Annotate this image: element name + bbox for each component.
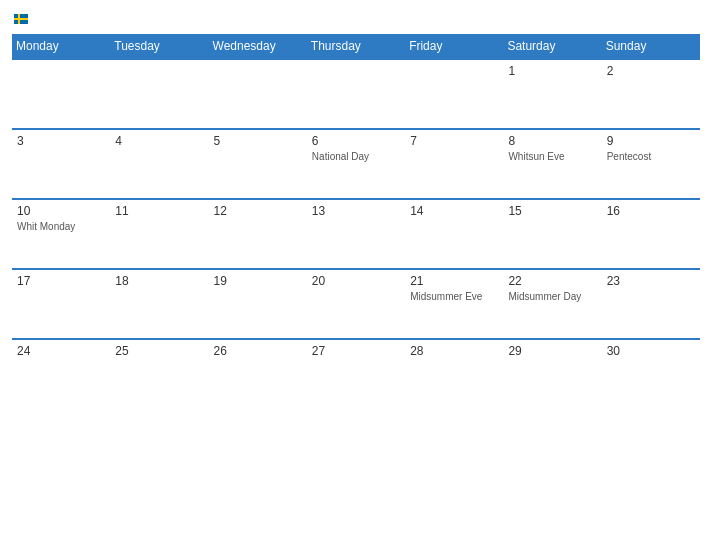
calendar-cell: 1 <box>503 59 601 129</box>
calendar-cell: 2 <box>602 59 700 129</box>
logo-text <box>12 10 28 26</box>
calendar-cell: 26 <box>209 339 307 409</box>
weekday-header-tuesday: Tuesday <box>110 34 208 59</box>
day-number: 9 <box>607 134 695 148</box>
calendar-cell: 22Midsummer Day <box>503 269 601 339</box>
logo <box>12 10 28 26</box>
day-number: 14 <box>410 204 498 218</box>
day-number: 16 <box>607 204 695 218</box>
calendar-cell: 20 <box>307 269 405 339</box>
calendar-cell: 30 <box>602 339 700 409</box>
calendar-cell: 15 <box>503 199 601 269</box>
week-row-2: 3456National Day78Whitsun Eve9Pentecost <box>12 129 700 199</box>
weekday-header-monday: Monday <box>12 34 110 59</box>
day-number: 20 <box>312 274 400 288</box>
day-number: 18 <box>115 274 203 288</box>
calendar-cell: 13 <box>307 199 405 269</box>
calendar-cell <box>12 59 110 129</box>
weekday-header-sunday: Sunday <box>602 34 700 59</box>
weekday-header-friday: Friday <box>405 34 503 59</box>
day-number: 5 <box>214 134 302 148</box>
calendar-cell: 8Whitsun Eve <box>503 129 601 199</box>
calendar-cell: 28 <box>405 339 503 409</box>
weekday-header-row: MondayTuesdayWednesdayThursdayFridaySatu… <box>12 34 700 59</box>
calendar-cell: 25 <box>110 339 208 409</box>
calendar-cell: 10Whit Monday <box>12 199 110 269</box>
weekday-header-saturday: Saturday <box>503 34 601 59</box>
holiday-label: Pentecost <box>607 150 695 163</box>
calendar-cell: 7 <box>405 129 503 199</box>
calendar-cell: 3 <box>12 129 110 199</box>
calendar-cell: 14 <box>405 199 503 269</box>
day-number: 15 <box>508 204 596 218</box>
week-row-3: 10Whit Monday111213141516 <box>12 199 700 269</box>
calendar-cell: 11 <box>110 199 208 269</box>
day-number: 12 <box>214 204 302 218</box>
calendar-cell: 4 <box>110 129 208 199</box>
calendar-page: MondayTuesdayWednesdayThursdayFridaySatu… <box>0 0 712 550</box>
day-number: 7 <box>410 134 498 148</box>
day-number: 26 <box>214 344 302 358</box>
holiday-label: Midsummer Day <box>508 290 596 303</box>
day-number: 3 <box>17 134 105 148</box>
weekday-header-thursday: Thursday <box>307 34 405 59</box>
weekday-header-wednesday: Wednesday <box>209 34 307 59</box>
calendar-cell: 12 <box>209 199 307 269</box>
day-number: 8 <box>508 134 596 148</box>
day-number: 4 <box>115 134 203 148</box>
day-number: 6 <box>312 134 400 148</box>
day-number: 24 <box>17 344 105 358</box>
calendar-cell: 21Midsummer Eve <box>405 269 503 339</box>
calendar-cell: 16 <box>602 199 700 269</box>
holiday-label: Whit Monday <box>17 220 105 233</box>
week-row-5: 24252627282930 <box>12 339 700 409</box>
calendar-table: MondayTuesdayWednesdayThursdayFridaySatu… <box>12 34 700 409</box>
day-number: 2 <box>607 64 695 78</box>
week-row-4: 1718192021Midsummer Eve22Midsummer Day23 <box>12 269 700 339</box>
day-number: 29 <box>508 344 596 358</box>
calendar-cell: 19 <box>209 269 307 339</box>
day-number: 30 <box>607 344 695 358</box>
day-number: 28 <box>410 344 498 358</box>
calendar-cell <box>110 59 208 129</box>
calendar-cell: 23 <box>602 269 700 339</box>
day-number: 10 <box>17 204 105 218</box>
day-number: 23 <box>607 274 695 288</box>
calendar-cell: 6National Day <box>307 129 405 199</box>
day-number: 27 <box>312 344 400 358</box>
calendar-cell <box>209 59 307 129</box>
header <box>12 10 700 26</box>
calendar-cell: 24 <box>12 339 110 409</box>
day-number: 19 <box>214 274 302 288</box>
calendar-cell: 29 <box>503 339 601 409</box>
calendar-cell: 18 <box>110 269 208 339</box>
day-number: 25 <box>115 344 203 358</box>
week-row-1: 12 <box>12 59 700 129</box>
day-number: 13 <box>312 204 400 218</box>
calendar-cell: 5 <box>209 129 307 199</box>
calendar-cell <box>307 59 405 129</box>
calendar-cell <box>405 59 503 129</box>
logo-flag-icon <box>14 14 28 24</box>
calendar-cell: 9Pentecost <box>602 129 700 199</box>
calendar-cell: 27 <box>307 339 405 409</box>
day-number: 22 <box>508 274 596 288</box>
calendar-cell: 17 <box>12 269 110 339</box>
day-number: 1 <box>508 64 596 78</box>
day-number: 17 <box>17 274 105 288</box>
holiday-label: Whitsun Eve <box>508 150 596 163</box>
day-number: 21 <box>410 274 498 288</box>
holiday-label: National Day <box>312 150 400 163</box>
day-number: 11 <box>115 204 203 218</box>
holiday-label: Midsummer Eve <box>410 290 498 303</box>
